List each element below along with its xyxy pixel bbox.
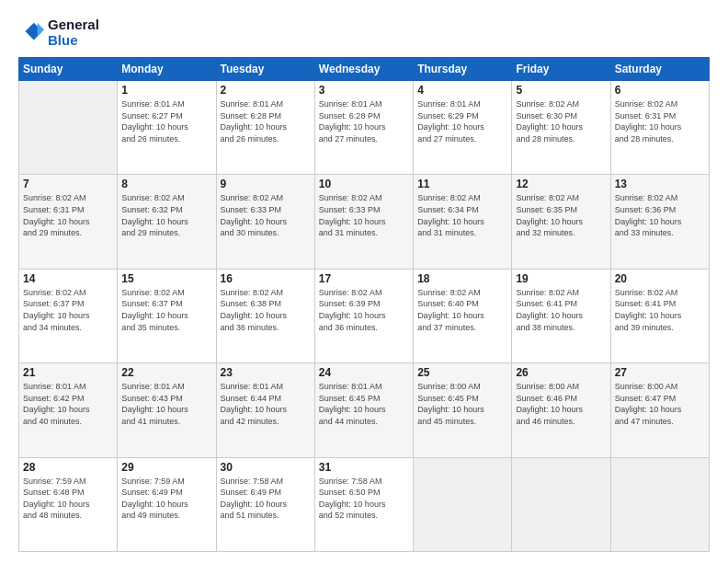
day-info: Sunrise: 8:02 AM Sunset: 6:41 PM Dayligh… [615, 287, 705, 333]
calendar-cell: 21Sunrise: 8:01 AM Sunset: 6:42 PM Dayli… [19, 363, 118, 457]
day-info: Sunrise: 7:58 AM Sunset: 6:49 PM Dayligh… [221, 476, 311, 522]
day-info: Sunrise: 8:02 AM Sunset: 6:37 PM Dayligh… [121, 287, 211, 333]
calendar-cell: 5Sunrise: 8:02 AM Sunset: 6:30 PM Daylig… [512, 81, 610, 175]
day-number: 12 [516, 178, 606, 190]
calendar-cell [610, 457, 709, 551]
day-info: Sunrise: 8:02 AM Sunset: 6:41 PM Dayligh… [516, 287, 606, 333]
day-info: Sunrise: 8:01 AM Sunset: 6:43 PM Dayligh… [121, 381, 211, 427]
calendar-cell: 19Sunrise: 8:02 AM Sunset: 6:41 PM Dayli… [512, 269, 610, 362]
week-row-3: 14Sunrise: 8:02 AM Sunset: 6:37 PM Dayli… [19, 269, 710, 362]
calendar-cell: 14Sunrise: 8:02 AM Sunset: 6:37 PM Dayli… [19, 269, 118, 362]
logo-icon [18, 19, 44, 45]
calendar-cell: 8Sunrise: 8:02 AM Sunset: 6:32 PM Daylig… [118, 175, 216, 269]
day-info: Sunrise: 8:02 AM Sunset: 6:33 PM Dayligh… [319, 192, 409, 238]
day-number: 9 [221, 178, 311, 190]
calendar-cell: 11Sunrise: 8:02 AM Sunset: 6:34 PM Dayli… [414, 175, 512, 269]
day-info: Sunrise: 8:02 AM Sunset: 6:31 PM Dayligh… [615, 98, 705, 144]
day-info: Sunrise: 8:01 AM Sunset: 6:44 PM Dayligh… [221, 381, 311, 427]
day-info: Sunrise: 8:01 AM Sunset: 6:42 PM Dayligh… [23, 381, 113, 427]
day-number: 19 [516, 272, 606, 285]
week-row-1: 1Sunrise: 8:01 AM Sunset: 6:27 PM Daylig… [19, 81, 710, 175]
day-info: Sunrise: 8:00 AM Sunset: 6:46 PM Dayligh… [516, 381, 606, 427]
day-number: 20 [615, 272, 705, 285]
day-info: Sunrise: 7:58 AM Sunset: 6:50 PM Dayligh… [319, 476, 409, 522]
day-number: 17 [319, 272, 409, 285]
calendar-cell: 16Sunrise: 8:02 AM Sunset: 6:38 PM Dayli… [216, 269, 314, 362]
calendar-cell: 28Sunrise: 7:59 AM Sunset: 6:48 PM Dayli… [19, 457, 118, 551]
day-info: Sunrise: 8:02 AM Sunset: 6:40 PM Dayligh… [417, 287, 507, 333]
calendar-cell [512, 457, 610, 551]
day-number: 4 [417, 84, 507, 97]
day-number: 10 [319, 178, 409, 190]
week-row-2: 7Sunrise: 8:02 AM Sunset: 6:31 PM Daylig… [19, 175, 710, 269]
day-info: Sunrise: 7:59 AM Sunset: 6:48 PM Dayligh… [23, 476, 113, 522]
calendar-cell: 30Sunrise: 7:58 AM Sunset: 6:49 PM Dayli… [216, 457, 314, 551]
day-number: 3 [319, 84, 409, 97]
logo-text: General Blue [48, 17, 99, 48]
weekday-header-sunday: Sunday [19, 58, 118, 81]
day-number: 28 [23, 461, 113, 474]
weekday-header-wednesday: Wednesday [314, 58, 413, 81]
day-number: 1 [121, 84, 211, 97]
day-number: 29 [121, 461, 211, 474]
weekday-header-saturday: Saturday [610, 58, 709, 81]
day-info: Sunrise: 8:02 AM Sunset: 6:37 PM Dayligh… [23, 287, 113, 333]
calendar-cell: 25Sunrise: 8:00 AM Sunset: 6:45 PM Dayli… [414, 363, 512, 457]
calendar-cell: 9Sunrise: 8:02 AM Sunset: 6:33 PM Daylig… [216, 175, 314, 269]
week-row-4: 21Sunrise: 8:01 AM Sunset: 6:42 PM Dayli… [19, 363, 710, 457]
day-number: 30 [221, 461, 311, 474]
day-info: Sunrise: 8:01 AM Sunset: 6:45 PM Dayligh… [319, 381, 409, 427]
week-row-5: 28Sunrise: 7:59 AM Sunset: 6:48 PM Dayli… [19, 457, 710, 551]
calendar-cell: 2Sunrise: 8:01 AM Sunset: 6:28 PM Daylig… [216, 81, 314, 175]
calendar-cell: 3Sunrise: 8:01 AM Sunset: 6:28 PM Daylig… [314, 81, 413, 175]
calendar-cell: 13Sunrise: 8:02 AM Sunset: 6:36 PM Dayli… [610, 175, 709, 269]
day-number: 11 [417, 178, 507, 190]
logo: General Blue [18, 17, 99, 48]
day-info: Sunrise: 8:02 AM Sunset: 6:36 PM Dayligh… [615, 192, 705, 238]
day-number: 5 [516, 84, 606, 97]
day-number: 8 [121, 178, 211, 190]
calendar-cell: 17Sunrise: 8:02 AM Sunset: 6:39 PM Dayli… [314, 269, 413, 362]
calendar-cell: 12Sunrise: 8:02 AM Sunset: 6:35 PM Dayli… [512, 175, 610, 269]
calendar-cell: 7Sunrise: 8:02 AM Sunset: 6:31 PM Daylig… [19, 175, 118, 269]
calendar-cell [414, 457, 512, 551]
calendar-cell: 15Sunrise: 8:02 AM Sunset: 6:37 PM Dayli… [118, 269, 216, 362]
day-number: 27 [615, 366, 705, 379]
calendar-cell: 23Sunrise: 8:01 AM Sunset: 6:44 PM Dayli… [216, 363, 314, 457]
day-info: Sunrise: 8:02 AM Sunset: 6:33 PM Dayligh… [221, 192, 311, 238]
calendar-table: SundayMondayTuesdayWednesdayThursdayFrid… [18, 57, 710, 552]
day-number: 21 [23, 366, 113, 379]
calendar-cell: 22Sunrise: 8:01 AM Sunset: 6:43 PM Dayli… [118, 363, 216, 457]
calendar-cell [19, 81, 118, 175]
svg-marker-1 [38, 23, 44, 37]
day-number: 14 [23, 272, 113, 285]
day-number: 25 [417, 366, 507, 379]
day-number: 2 [221, 84, 311, 97]
day-info: Sunrise: 8:00 AM Sunset: 6:45 PM Dayligh… [417, 381, 507, 427]
calendar-cell: 4Sunrise: 8:01 AM Sunset: 6:29 PM Daylig… [414, 81, 512, 175]
day-info: Sunrise: 8:02 AM Sunset: 6:34 PM Dayligh… [417, 192, 507, 238]
day-info: Sunrise: 8:02 AM Sunset: 6:31 PM Dayligh… [23, 192, 113, 238]
calendar-cell: 18Sunrise: 8:02 AM Sunset: 6:40 PM Dayli… [414, 269, 512, 362]
day-info: Sunrise: 8:02 AM Sunset: 6:35 PM Dayligh… [516, 192, 606, 238]
day-info: Sunrise: 8:02 AM Sunset: 6:39 PM Dayligh… [319, 287, 409, 333]
calendar-page: General Blue SundayMondayTuesdayWednesda… [0, 0, 728, 563]
calendar-cell: 31Sunrise: 7:58 AM Sunset: 6:50 PM Dayli… [314, 457, 413, 551]
calendar-cell: 24Sunrise: 8:01 AM Sunset: 6:45 PM Dayli… [314, 363, 413, 457]
weekday-header-friday: Friday [512, 58, 610, 81]
day-number: 22 [121, 366, 211, 379]
day-number: 18 [417, 272, 507, 285]
day-number: 16 [221, 272, 311, 285]
day-info: Sunrise: 8:02 AM Sunset: 6:38 PM Dayligh… [221, 287, 311, 333]
calendar-cell: 27Sunrise: 8:00 AM Sunset: 6:47 PM Dayli… [610, 363, 709, 457]
weekday-header-row: SundayMondayTuesdayWednesdayThursdayFrid… [19, 58, 710, 81]
weekday-header-monday: Monday [118, 58, 216, 81]
calendar-cell: 29Sunrise: 7:59 AM Sunset: 6:49 PM Dayli… [118, 457, 216, 551]
day-number: 6 [615, 84, 705, 97]
calendar-cell: 10Sunrise: 8:02 AM Sunset: 6:33 PM Dayli… [314, 175, 413, 269]
calendar-cell: 6Sunrise: 8:02 AM Sunset: 6:31 PM Daylig… [610, 81, 709, 175]
weekday-header-tuesday: Tuesday [216, 58, 314, 81]
day-info: Sunrise: 8:02 AM Sunset: 6:30 PM Dayligh… [516, 98, 606, 144]
weekday-header-thursday: Thursday [414, 58, 512, 81]
calendar-cell: 1Sunrise: 8:01 AM Sunset: 6:27 PM Daylig… [118, 81, 216, 175]
